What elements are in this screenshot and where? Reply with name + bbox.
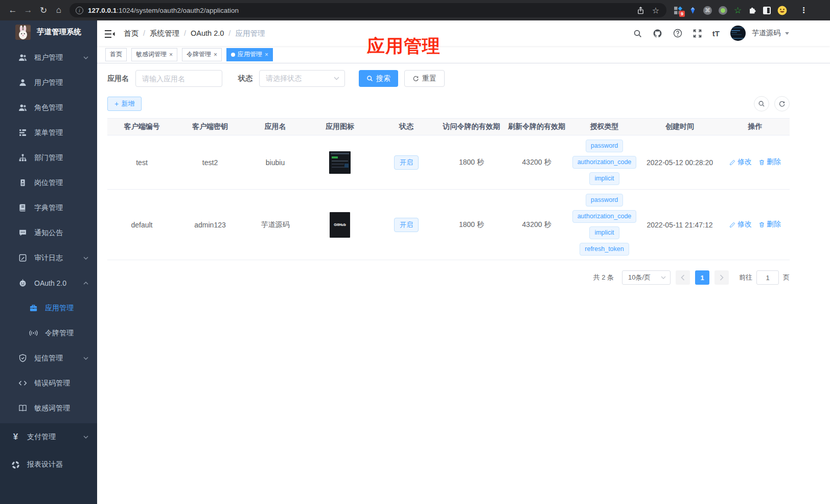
status-select[interactable]: 请选择状态 xyxy=(259,70,345,87)
breadcrumb-system[interactable]: 系统管理 xyxy=(150,29,179,38)
close-icon[interactable]: × xyxy=(265,51,268,58)
breadcrumb-oauth[interactable]: OAuth 2.0 xyxy=(191,29,224,37)
grant-tag: implicit xyxy=(589,172,619,185)
sidebar-item-dict[interactable]: 字典管理 xyxy=(0,195,97,220)
sidebar-item-oauth[interactable]: OAuth 2.0 xyxy=(0,270,97,295)
page-unit-label: 页 xyxy=(783,273,790,282)
tab-sensitive-word[interactable]: 敏感词管理 × xyxy=(131,48,177,61)
font-size-icon[interactable]: tT xyxy=(712,29,720,38)
app-icon-image xyxy=(329,151,351,174)
refresh-table-button[interactable] xyxy=(774,96,790,111)
code-icon xyxy=(18,379,27,387)
prev-page-button[interactable] xyxy=(676,270,690,285)
user-menu-caret-icon[interactable] xyxy=(785,32,789,37)
extension-gem-icon[interactable] xyxy=(689,6,697,15)
reset-button[interactable]: 重置 xyxy=(404,70,445,87)
help-icon[interactable] xyxy=(673,29,682,38)
page-size-select[interactable]: 10条/页 xyxy=(622,270,671,285)
app-container: 应用名 状态 请选择状态 搜索 重置 + xyxy=(97,63,830,504)
sidebar-item-role[interactable]: 角色管理 xyxy=(0,95,97,120)
url-host: 127.0.0.1 xyxy=(88,7,117,14)
side-panel-icon[interactable] xyxy=(763,7,771,14)
browser-home-button[interactable]: ⌂ xyxy=(51,3,66,18)
user-name[interactable]: 芋道源码 xyxy=(752,29,780,38)
app-name-input[interactable] xyxy=(135,70,222,87)
select-caret-icon xyxy=(334,77,339,80)
breadcrumb-current: 应用管理 xyxy=(235,29,265,38)
sidebar-item-label: 租户管理 xyxy=(34,53,63,62)
sidebar: 芋道管理系统 租户管理 用户管理 角色管理 菜单管理 部门管理 xyxy=(0,20,97,504)
address-bar[interactable]: i 127.0.0.1:1024/system/oauth2/oauth2/ap… xyxy=(70,3,666,17)
delete-link[interactable]: 删除 xyxy=(758,157,781,167)
tags-view-bar: 首页 敏感词管理 × 令牌管理 × 应用管理 × xyxy=(97,46,830,63)
delete-link[interactable]: 删除 xyxy=(758,220,781,229)
bookmark-star-icon[interactable]: ☆ xyxy=(652,6,659,15)
sidebar-item-menu[interactable]: 菜单管理 xyxy=(0,120,97,145)
close-icon[interactable]: × xyxy=(214,51,217,58)
user-avatar[interactable] xyxy=(730,26,746,41)
browser-back-button[interactable]: ← xyxy=(5,3,20,18)
profile-avatar-emoji[interactable] xyxy=(777,6,787,15)
sidebar-item-oauth-application[interactable]: 应用管理 xyxy=(0,295,97,320)
page-number-current[interactable]: 1 xyxy=(695,270,709,285)
table-row: test test2 biubiu 开启 1800 秒 43200 秒 xyxy=(107,135,790,190)
browser-menu-icon[interactable]: ⋮ xyxy=(800,6,808,15)
app-logo-row[interactable]: 芋道管理系统 xyxy=(0,20,97,43)
sidebar-item-label: OAuth 2.0 xyxy=(34,279,66,287)
yen-icon: ¥ xyxy=(11,433,20,442)
sidebar-item-post[interactable]: 岗位管理 xyxy=(0,170,97,195)
breadcrumb-home[interactable]: 首页 xyxy=(124,29,139,38)
search-icon[interactable] xyxy=(633,29,642,38)
github-icon[interactable] xyxy=(653,29,662,38)
sidebar-item-oauth-token[interactable]: 令牌管理 xyxy=(0,320,97,346)
edit-link[interactable]: 修改 xyxy=(729,220,752,229)
sidebar-item-notice[interactable]: 通知公告 xyxy=(0,220,97,245)
extension-tampermonkey-icon[interactable]: 9 xyxy=(674,6,682,15)
cell-refresh-ttl: 43200 秒 xyxy=(503,190,570,260)
search-button-label: 搜索 xyxy=(376,74,390,83)
grant-tag: authorization_code xyxy=(572,210,637,223)
sidebar-item-tenant[interactable]: 租户管理 xyxy=(0,45,97,70)
sidebar-item-pay[interactable]: ¥ 支付管理 xyxy=(0,423,97,451)
pencil-icon xyxy=(729,159,736,166)
tab-label: 令牌管理 xyxy=(187,50,211,59)
site-info-icon[interactable]: i xyxy=(76,7,83,14)
sidebar-item-dept[interactable]: 部门管理 xyxy=(0,145,97,170)
extension-recorder-icon[interactable] xyxy=(719,6,727,15)
table-header-row: 客户端编号 客户端密钥 应用名 应用图标 状态 访问令牌的有效期 刷新令牌的有效… xyxy=(107,119,790,135)
tab-application[interactable]: 应用管理 × xyxy=(226,48,273,61)
fullscreen-icon[interactable] xyxy=(693,29,702,38)
extensions-puzzle-icon[interactable] xyxy=(748,6,756,14)
toggle-search-button[interactable] xyxy=(754,96,769,111)
browser-forward-button[interactable]: → xyxy=(20,3,36,18)
search-button[interactable]: 搜索 xyxy=(359,70,398,87)
goto-page-input[interactable] xyxy=(756,270,779,285)
url-path: :1024/system/oauth2/oauth2/application xyxy=(117,7,239,14)
browser-reload-button[interactable]: ↻ xyxy=(36,3,51,18)
add-button[interactable]: + 新增 xyxy=(107,97,142,111)
tab-home[interactable]: 首页 xyxy=(105,48,127,61)
extension-command-icon[interactable]: ⌘ xyxy=(703,6,712,15)
next-page-button[interactable] xyxy=(714,270,729,285)
sidebar-item-user[interactable]: 用户管理 xyxy=(0,70,97,95)
sidebar-item-label: 应用管理 xyxy=(45,304,74,313)
sidebar-item-errcode[interactable]: 错误码管理 xyxy=(0,371,97,396)
sidebar-item-report-designer[interactable]: 报表设计器 xyxy=(0,451,97,478)
extension-star-icon[interactable]: ☆ xyxy=(734,5,742,16)
chevron-left-icon xyxy=(681,274,685,281)
tab-label: 应用管理 xyxy=(238,50,262,59)
share-icon[interactable] xyxy=(636,6,645,15)
reset-button-label: 重置 xyxy=(422,74,436,83)
tab-label: 首页 xyxy=(110,50,122,59)
sidebar-item-sms[interactable]: 短信管理 xyxy=(0,346,97,371)
close-icon[interactable]: × xyxy=(169,51,173,58)
tab-token[interactable]: 令牌管理 × xyxy=(182,48,222,61)
sidebar-item-audit-log[interactable]: 审计日志 xyxy=(0,245,97,270)
extension-badge: 9 xyxy=(679,11,685,17)
sidebar-collapse-icon[interactable] xyxy=(105,30,115,38)
cell-refresh-ttl: 43200 秒 xyxy=(503,135,570,190)
top-navbar: 首页 / 系统管理 / OAuth 2.0 / 应用管理 xyxy=(97,20,830,46)
sidebar-item-label: 角色管理 xyxy=(34,103,63,112)
edit-link[interactable]: 修改 xyxy=(729,157,752,167)
sidebar-item-sensitive-word[interactable]: 敏感词管理 xyxy=(0,396,97,421)
